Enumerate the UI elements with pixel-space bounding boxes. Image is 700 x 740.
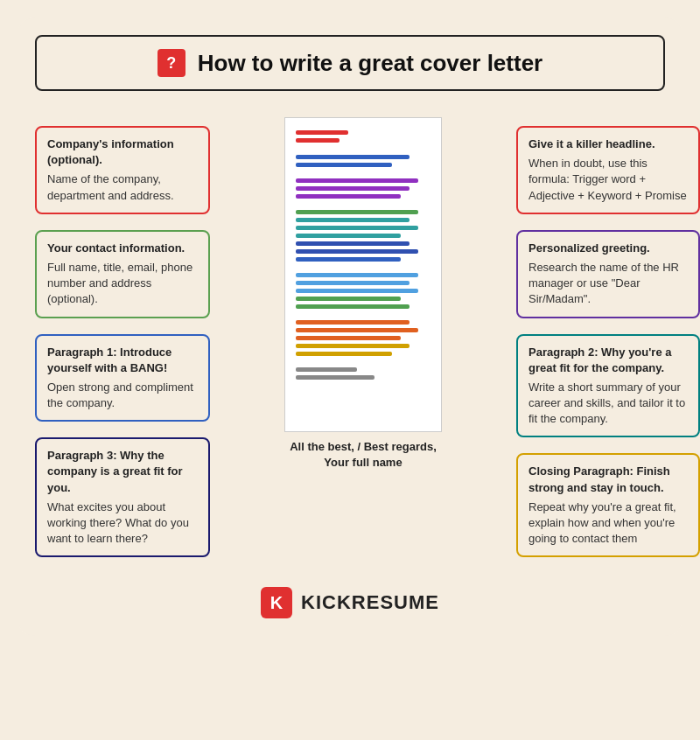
company-info-box: Company's information (optional). Name o… bbox=[35, 126, 210, 214]
para2-box: Paragraph 2: Why you're a great fit for … bbox=[516, 334, 700, 438]
letter-line bbox=[296, 289, 418, 293]
letter-line bbox=[296, 297, 401, 301]
letter-line bbox=[296, 249, 418, 254]
headline-box: Give it a killer headline. When in doubt… bbox=[516, 126, 700, 214]
para1-body: Open strong and compliment the company. bbox=[47, 380, 198, 411]
center-column: All the best, / Best regards,Your full n… bbox=[210, 117, 516, 471]
para1-title: Paragraph 1: Introduce yourself with a B… bbox=[47, 345, 198, 376]
letter-line bbox=[296, 328, 418, 332]
letter-line bbox=[296, 336, 401, 340]
closing-box: Closing Paragraph: Finish strong and sta… bbox=[516, 453, 700, 557]
letter-line bbox=[296, 218, 410, 222]
greeting-body: Research the name of the HR manager or u… bbox=[528, 260, 688, 308]
contact-info-box: Your contact information. Full name, tit… bbox=[35, 230, 210, 318]
right-column: Give it a killer headline. When in doubt… bbox=[516, 117, 700, 557]
letter-line bbox=[296, 320, 410, 325]
letter-line bbox=[296, 155, 410, 159]
letter-line bbox=[296, 138, 340, 143]
letter-line bbox=[296, 234, 401, 238]
para2-body: Write a short summary of your career and… bbox=[528, 380, 688, 428]
header-box: ? How to write a great cover letter bbox=[35, 35, 665, 91]
letter-line bbox=[296, 375, 374, 380]
closing-title: Closing Paragraph: Finish strong and sta… bbox=[528, 464, 688, 495]
letter-line bbox=[296, 281, 410, 285]
brand-name: KICKRESUME bbox=[301, 591, 439, 614]
para3-box: Paragraph 3: Why the company is a great … bbox=[35, 437, 210, 557]
letter-line bbox=[296, 178, 418, 183]
page-title: How to write a great cover letter bbox=[198, 50, 542, 77]
letter-lines bbox=[296, 130, 430, 380]
contact-info-body: Full name, title, email, phone number an… bbox=[47, 260, 198, 308]
letter-line bbox=[296, 273, 418, 277]
headline-title: Give it a killer headline. bbox=[528, 136, 688, 152]
greeting-box: Personalized greeting. Research the name… bbox=[516, 230, 700, 318]
letter-paper bbox=[284, 117, 442, 432]
contact-info-title: Your contact information. bbox=[47, 241, 198, 256]
letter-line bbox=[296, 210, 418, 214]
letter-line bbox=[296, 226, 418, 230]
para3-title: Paragraph 3: Why the company is a great … bbox=[47, 448, 198, 496]
letter-line bbox=[296, 241, 410, 246]
company-info-body: Name of the company, department and addr… bbox=[47, 171, 198, 203]
letter-line bbox=[296, 352, 392, 356]
diagram: Company's information (optional). Name o… bbox=[35, 117, 700, 557]
left-column: Company's information (optional). Name o… bbox=[35, 117, 210, 557]
para3-body: What excites you about working there? Wh… bbox=[47, 499, 198, 548]
para2-title: Paragraph 2: Why you're a great fit for … bbox=[528, 345, 688, 376]
letter-line bbox=[296, 257, 401, 262]
closing-body: Repeat why you're a great fit, explain h… bbox=[528, 499, 688, 548]
greeting-title: Personalized greeting. bbox=[528, 241, 688, 256]
letter-line bbox=[296, 304, 410, 309]
kickresume-logo: K bbox=[261, 587, 292, 618]
letter-line bbox=[296, 163, 392, 167]
main-container: ? How to write a great cover letter Comp… bbox=[18, 17, 682, 636]
diagram-wrapper: Company's information (optional). Name o… bbox=[35, 117, 700, 557]
letter-line bbox=[296, 194, 401, 199]
headline-body: When in doubt, use this formula: Trigger… bbox=[528, 156, 688, 204]
para1-box: Paragraph 1: Introduce yourself with a B… bbox=[35, 334, 210, 422]
letter-line bbox=[296, 186, 410, 191]
footer: K KICKRESUME bbox=[35, 578, 665, 618]
letter-line bbox=[296, 367, 357, 372]
company-info-title: Company's information (optional). bbox=[47, 136, 198, 168]
header-icon: ? bbox=[158, 49, 186, 77]
letter-line bbox=[296, 130, 348, 135]
letter-caption: All the best, / Best regards,Your full n… bbox=[290, 439, 437, 471]
letter-line bbox=[296, 344, 410, 348]
